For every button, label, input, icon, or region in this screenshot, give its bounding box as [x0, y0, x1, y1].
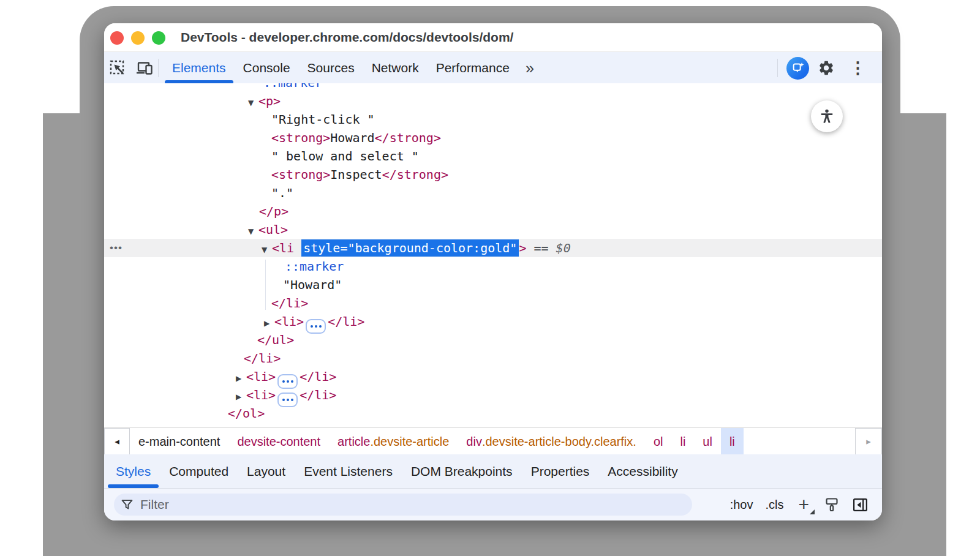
- breadcrumb-forward-icon[interactable]: ▸: [855, 428, 882, 455]
- collapse-arrow-icon[interactable]: ▼: [248, 94, 258, 112]
- breadcrumb-segment: ol: [654, 435, 663, 449]
- breadcrumb-segment: article: [337, 435, 370, 449]
- ai-assistance-icon[interactable]: [786, 57, 809, 80]
- tab-properties[interactable]: Properties: [522, 454, 599, 488]
- dom-token: </strong>: [382, 167, 448, 182]
- breadcrumb-item[interactable]: article.devsite-article: [329, 428, 458, 455]
- dom-tree-node[interactable]: <strong>Inspect</strong>: [104, 165, 882, 184]
- dom-token: ::marker: [285, 259, 344, 274]
- node-options-ellipsis-icon[interactable]: •••: [110, 239, 123, 257]
- tab-styles[interactable]: Styles: [107, 454, 160, 488]
- dom-tree-node[interactable]: ▶<li></li>: [104, 367, 882, 386]
- collapse-arrow-icon[interactable]: ▼: [262, 241, 272, 259]
- breadcrumb: e-main-contentdevsite-contentarticle.dev…: [130, 428, 744, 455]
- window-titlebar: DevTools - developer.chrome.com/docs/dev…: [104, 23, 882, 51]
- styles-filter-input[interactable]: [139, 497, 685, 513]
- breadcrumb-item[interactable]: ul: [694, 428, 721, 455]
- dom-tree-node[interactable]: ::marker: [104, 83, 882, 92]
- toolbar-divider: [158, 59, 159, 77]
- dom-token: ==: [533, 241, 548, 255]
- tab-layout[interactable]: Layout: [238, 454, 295, 488]
- dom-tree-node[interactable]: "Right-click ": [104, 110, 882, 129]
- dom-tree-node[interactable]: </li>: [104, 294, 882, 312]
- dom-tree-node[interactable]: " below and select ": [104, 147, 882, 165]
- dom-token: <li>: [274, 314, 304, 329]
- dom-token: <li: [272, 241, 294, 255]
- dom-token: [526, 241, 533, 255]
- dom-token: <ul>: [258, 222, 288, 237]
- dom-token: "Howard": [283, 277, 342, 292]
- breadcrumb-item[interactable]: div.devsite-article-body.clearfix.: [458, 428, 645, 455]
- dom-tree-node[interactable]: ▶<li></li>: [104, 386, 882, 404]
- dom-token: ".": [271, 186, 293, 200]
- dom-tree-node[interactable]: ▶<li></li>: [104, 312, 882, 331]
- dom-token: </li>: [300, 388, 336, 402]
- tab-console[interactable]: Console: [235, 52, 299, 84]
- breadcrumb-item[interactable]: ol: [645, 428, 672, 455]
- breadcrumb-item[interactable]: li: [671, 428, 694, 455]
- breadcrumb-item[interactable]: devsite-content: [228, 428, 329, 455]
- breadcrumb-item[interactable]: e-main-content: [130, 428, 228, 455]
- selected-attribute-text[interactable]: style="background-color:gold": [301, 239, 519, 257]
- toggle-sidebar-icon[interactable]: [852, 497, 869, 513]
- breadcrumb-bar: ◂ e-main-contentdevsite-contentarticle.d…: [104, 427, 882, 455]
- collapse-arrow-icon[interactable]: ▼: [248, 222, 258, 241]
- tab-sources[interactable]: Sources: [299, 52, 363, 84]
- toggle-element-state-button[interactable]: :hov: [730, 498, 753, 512]
- tab-accessibility[interactable]: Accessibility: [598, 454, 687, 488]
- tab-network[interactable]: Network: [363, 52, 428, 84]
- toolbar-right-group: ⋮: [777, 54, 882, 81]
- close-window-button[interactable]: [110, 31, 124, 45]
- tab-performance[interactable]: Performance: [428, 52, 518, 84]
- dom-tree-node[interactable]: ▼<p>: [104, 92, 882, 110]
- dom-tree-node[interactable]: </p>: [104, 202, 882, 220]
- dom-tree-node[interactable]: ".": [104, 184, 882, 202]
- breadcrumb-segment: ul: [703, 435, 712, 449]
- element-classes-button[interactable]: .cls: [765, 498, 783, 512]
- tab-dom-breakpoints[interactable]: DOM Breakpoints: [402, 454, 522, 488]
- dom-token: </li>: [244, 351, 281, 366]
- dom-tree-node[interactable]: <strong>Howard</strong>: [104, 129, 882, 147]
- more-tabs-icon[interactable]: »: [518, 52, 541, 84]
- new-style-rule-icon[interactable]: +: [796, 495, 812, 514]
- accessibility-fab-icon[interactable]: [811, 100, 843, 132]
- device-toolbar-icon[interactable]: [131, 54, 158, 81]
- dom-token: <strong>: [271, 167, 330, 182]
- dom-token: [294, 241, 301, 255]
- expand-arrow-icon[interactable]: ▶: [264, 314, 274, 332]
- breadcrumb-segment: li: [680, 435, 685, 449]
- dom-tree: ::marker▼<p>"Right-click "<strong>Howard…: [104, 83, 882, 427]
- breadcrumb-segment: .devsite-article: [370, 435, 449, 449]
- dom-tree-node[interactable]: "Howard": [104, 276, 882, 294]
- more-options-icon[interactable]: ⋮: [843, 54, 872, 81]
- inspect-element-icon[interactable]: [104, 54, 131, 81]
- dom-tree-node[interactable]: </ul>: [104, 331, 882, 349]
- tab-event-listeners[interactable]: Event Listeners: [295, 454, 402, 488]
- dom-token: </p>: [259, 204, 288, 219]
- tab-elements[interactable]: Elements: [164, 52, 235, 84]
- settings-gear-icon[interactable]: [813, 54, 840, 81]
- breadcrumb-item[interactable]: li: [721, 428, 744, 455]
- breadcrumb-segment: div: [466, 435, 482, 449]
- dom-tree-node[interactable]: ::marker: [104, 257, 882, 276]
- minimize-window-button[interactable]: [131, 31, 145, 45]
- dom-token: ::marker: [263, 83, 322, 90]
- dom-token: </ul>: [257, 332, 294, 347]
- dom-token: Inspect: [330, 167, 382, 182]
- dom-token: "Right-click ": [271, 112, 375, 127]
- zoom-window-button[interactable]: [152, 31, 165, 45]
- breadcrumb-back-icon[interactable]: ◂: [104, 428, 130, 455]
- expand-arrow-icon[interactable]: ▶: [236, 369, 246, 388]
- dom-tree-node[interactable]: •••▼<li style="background-color:gold"> =…: [104, 239, 882, 257]
- breadcrumb-segment: e-main-content: [138, 435, 220, 449]
- expand-arrow-icon[interactable]: ▶: [236, 388, 246, 406]
- dom-token: </strong>: [375, 130, 441, 145]
- dom-tree-node[interactable]: ▼<ul>: [104, 220, 882, 239]
- tab-computed[interactable]: Computed: [160, 454, 238, 488]
- screenshot-stage: DevTools - developer.chrome.com/docs/dev…: [0, 0, 980, 556]
- dom-token: >: [519, 241, 526, 255]
- dom-tree-node[interactable]: </li>: [104, 349, 882, 367]
- dom-tree-node[interactable]: </ol>: [104, 404, 882, 423]
- rendering-brush-icon[interactable]: [824, 497, 840, 513]
- filter-field: [114, 494, 692, 516]
